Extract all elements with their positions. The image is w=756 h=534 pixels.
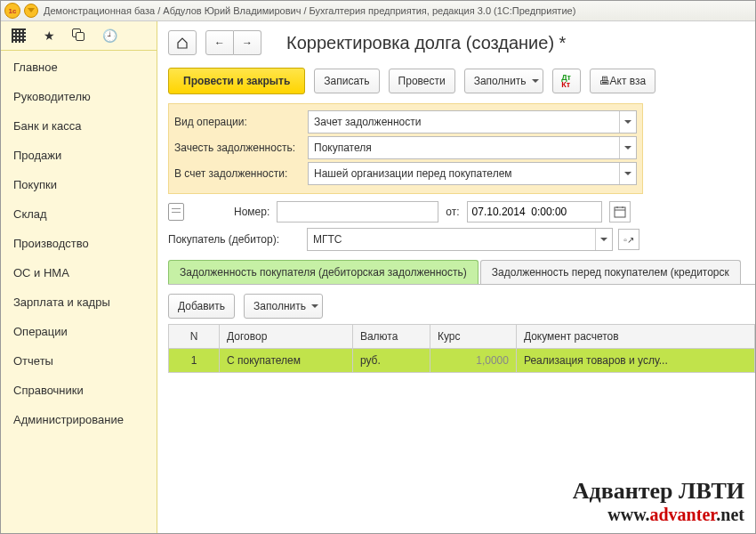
nav-back-button[interactable]: ← (205, 30, 234, 55)
clipboard-icon[interactable] (72, 28, 86, 43)
sidebar-item-5[interactable]: Склад (1, 199, 157, 229)
add-row-button[interactable]: Добавить (168, 294, 235, 319)
op-select[interactable]: Зачет задолженности (308, 110, 637, 134)
body: ★ 🕘 ГлавноеРуководителюБанк и кассаПрода… (1, 21, 755, 534)
sidebar-item-9[interactable]: Операции (1, 317, 157, 346)
nav-forward-button[interactable]: → (234, 30, 261, 55)
sidebar-item-12[interactable]: Администрирование (1, 405, 157, 434)
open-buyer-button[interactable]: ▫↗ (618, 229, 639, 250)
notes-icon[interactable] (168, 203, 184, 221)
table-row[interactable]: 1С покупателемруб.1,0000Реализация товар… (169, 349, 755, 373)
num-label: Номер: (234, 206, 269, 218)
nav-group: ← → (205, 30, 261, 55)
fill-button[interactable]: Заполнить (464, 69, 543, 93)
debt-select[interactable]: Покупателя (308, 136, 637, 159)
svg-rect-0 (615, 207, 625, 217)
buyer-select[interactable]: МГТС (307, 228, 613, 251)
post-button[interactable]: Провести (389, 69, 455, 93)
chevron-down-icon (619, 111, 636, 133)
post-and-close-button[interactable]: Провести и закрыть (168, 68, 305, 94)
favorites-star-icon[interactable]: ★ (42, 28, 56, 43)
chevron-down-icon (619, 137, 636, 158)
col-rate: Курс (430, 325, 516, 349)
against-label: В счет задолженности: (174, 167, 308, 180)
chevron-down-icon (532, 79, 539, 83)
tabs: Задолженность покупателя (дебиторская за… (168, 260, 755, 285)
tab-body: Добавить Заполнить N Договор Валюта Курс… (168, 285, 755, 382)
sidebar-item-7[interactable]: ОС и НМА (1, 258, 157, 287)
tab-debtor[interactable]: Задолженность покупателя (дебиторская за… (168, 260, 479, 284)
titlebar-text: Демонстрационная база / Абдулов Юрий Вла… (44, 5, 575, 16)
history-clock-icon[interactable]: 🕘 (102, 28, 117, 43)
sidebar-item-10[interactable]: Отчеты (1, 346, 157, 376)
act-button[interactable]: 🖶 Акт вза (590, 69, 656, 93)
sidebar-icon-bar: ★ 🕘 (1, 21, 157, 48)
sidebar-item-11[interactable]: Справочники (1, 376, 157, 405)
col-n: N (169, 325, 220, 349)
save-button[interactable]: Записать (314, 69, 379, 93)
main-area: ← → Корректировка долга (создание) * Про… (157, 21, 755, 534)
chevron-down-icon (311, 304, 318, 308)
watermark-line1: Адвантер ЛВТИ (573, 478, 744, 505)
buyer-row: Покупатель (дебитор): МГТС ▫↗ (168, 228, 755, 251)
number-input[interactable] (277, 201, 438, 222)
action-toolbar: Провести и закрыть Записать Провести Зап… (168, 68, 755, 94)
sidebar-item-8[interactable]: Зарплата и кадры (1, 287, 157, 317)
titlebar-dropdown-icon[interactable] (24, 4, 38, 18)
sidebar-item-4[interactable]: Покупки (1, 170, 157, 199)
apps-grid-icon[interactable] (12, 28, 26, 43)
page-title: Корректировка долга (создание) * (286, 33, 566, 53)
fill-rows-button[interactable]: Заполнить (244, 294, 323, 319)
sidebar-separator (1, 50, 157, 51)
against-select[interactable]: Нашей организации перед покупателем (308, 162, 637, 185)
col-cur: Валюта (352, 325, 430, 349)
number-row: Номер: от: (168, 201, 755, 222)
sidebar-item-1[interactable]: Руководителю (1, 82, 157, 111)
tab-creditor[interactable]: Задолженность перед покупателем (кредито… (480, 260, 741, 284)
chevron-down-icon (595, 229, 612, 250)
date-input[interactable] (467, 201, 602, 222)
sidebar-item-6[interactable]: Производство (1, 229, 157, 258)
app-logo-icon: 1c (4, 3, 20, 19)
debt-table: N Договор Валюта Курс Документ расчетов … (168, 324, 755, 373)
sidebar: ★ 🕘 ГлавноеРуководителюБанк и кассаПрода… (1, 21, 157, 534)
operation-form: Вид операции: Зачет задолженности Зачест… (168, 103, 643, 194)
sidebar-item-0[interactable]: Главное (1, 53, 157, 82)
col-doc: Документ расчетов (516, 325, 754, 349)
chevron-down-icon (619, 163, 636, 184)
col-contract: Договор (220, 325, 353, 349)
sidebar-item-3[interactable]: Продажи (1, 141, 157, 170)
op-label: Вид операции: (174, 116, 308, 128)
from-label: от: (446, 206, 459, 218)
app-window: 1c Демонстрационная база / Абдулов Юрий … (0, 0, 756, 534)
calendar-button[interactable] (609, 201, 631, 222)
watermark: Адвантер ЛВТИ www.advanter.net (573, 478, 744, 525)
top-nav: ← → Корректировка долга (создание) * (168, 30, 755, 55)
watermark-line2: www.advanter.net (573, 505, 744, 525)
sidebar-item-2[interactable]: Банк и касса (1, 111, 157, 141)
home-button[interactable] (168, 30, 197, 55)
titlebar: 1c Демонстрационная база / Абдулов Юрий … (1, 1, 755, 21)
buyer-label: Покупатель (дебитор): (168, 233, 302, 246)
dtkt-button[interactable]: ДтКт (552, 69, 581, 93)
debt-label: Зачесть задолженность: (174, 142, 308, 154)
